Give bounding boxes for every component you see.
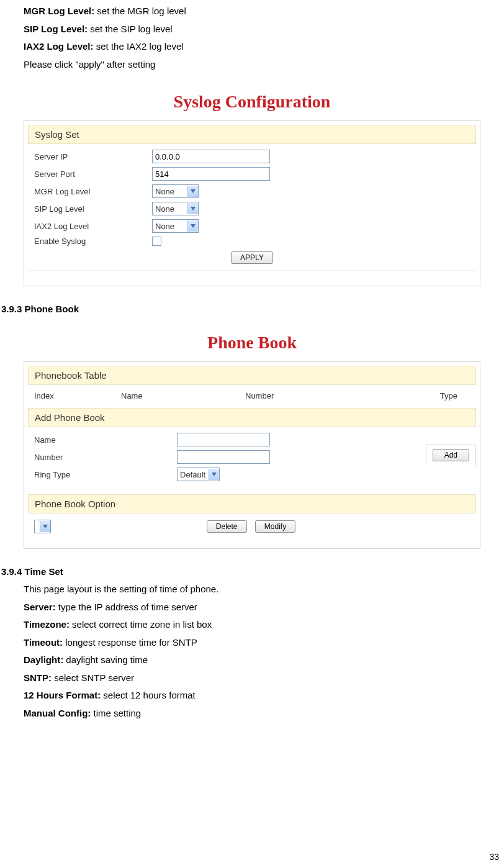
- row-pb-name: Name: [28, 431, 476, 448]
- section-394-heading: 3.9.4 Time Set: [1, 566, 480, 577]
- phonebook-table-band: Phonebook Table: [28, 366, 476, 385]
- pb-name-label: Name: [34, 435, 177, 445]
- page-number: 33: [489, 852, 499, 862]
- timezone-def: Timezone: select correct time zone in li…: [24, 616, 480, 634]
- row-server-ip: Server IP: [28, 148, 476, 165]
- phonebook-title: Phone Book: [24, 333, 480, 353]
- sip-log-def: SIP Log Level: set the SIP log level: [24, 20, 480, 38]
- apply-note: Please click "apply" after setting: [24, 56, 480, 74]
- pb-name-input[interactable]: [177, 433, 270, 446]
- row-mgr-level: MGR Log Level None: [28, 183, 476, 200]
- row-enable-syslog: Enable Syslog: [28, 235, 476, 248]
- sip-level-select[interactable]: None: [152, 202, 199, 215]
- pb-ring-label: Ring Type: [34, 470, 177, 479]
- server-port-input[interactable]: [152, 167, 270, 181]
- daylight-def: Daylight: daylight saving time: [24, 651, 480, 669]
- chevron-down-icon: [209, 469, 219, 480]
- delete-button[interactable]: Delete: [207, 520, 247, 533]
- row-pb-ring: Ring Type Default: [28, 466, 476, 483]
- mgr-log-def: MGR Log Level: set the MGR log level: [24, 2, 480, 20]
- chevron-down-icon: [187, 186, 198, 197]
- enable-syslog-checkbox[interactable]: [152, 237, 161, 246]
- syslog-title: Syslog Configuration: [24, 92, 480, 112]
- sntp-def: SNTP: select SNTP server: [24, 669, 480, 687]
- enable-syslog-label: Enable Syslog: [34, 237, 152, 246]
- chevron-down-icon: [187, 203, 198, 214]
- manual-def: Manual Config: time setting: [24, 705, 480, 723]
- col-number: Number: [245, 391, 394, 400]
- syslog-set-band: Syslog Set: [28, 125, 476, 144]
- row-pb-number: Number: [28, 448, 476, 466]
- chevron-down-icon: [40, 521, 50, 532]
- modify-button[interactable]: Modify: [255, 520, 295, 533]
- section-393-heading: 3.9.3 Phone Book: [1, 304, 480, 314]
- add-button[interactable]: Add: [433, 449, 469, 461]
- iax2-level-label: IAX2 Log Level: [34, 222, 152, 231]
- chevron-down-icon: [187, 220, 198, 232]
- row-iax2-level: IAX2 Log Level None: [28, 217, 476, 235]
- iax2-level-select[interactable]: None: [152, 219, 199, 233]
- col-type: Type: [394, 391, 470, 400]
- syslog-panel: Syslog Set Server IP Server Port MGR Log…: [24, 120, 480, 286]
- iax2-log-def: IAX2 Log Level: set the IAX2 log level: [24, 38, 480, 56]
- phonebook-table-header: Index Name Number Type: [28, 389, 476, 405]
- add-phonebook-band: Add Phone Book: [28, 408, 476, 427]
- pb-number-input[interactable]: [177, 450, 270, 464]
- row-server-port: Server Port: [28, 165, 476, 183]
- col-name: Name: [121, 391, 245, 400]
- pb-number-label: Number: [34, 453, 177, 462]
- server-ip-input[interactable]: [152, 150, 270, 163]
- mgr-level-label: MGR Log Level: [34, 187, 152, 196]
- timeout-def: Timeout: longest response time for SNTP: [24, 634, 480, 652]
- hours-def: 12 Hours Format: select 12 hours format: [24, 687, 480, 705]
- timeset-intro: This page layout is the setting of time …: [24, 581, 480, 599]
- col-index: Index: [34, 391, 121, 400]
- mgr-level-select[interactable]: None: [152, 184, 199, 198]
- sip-level-label: SIP Log Level: [34, 204, 152, 214]
- row-sip-level: SIP Log Level None: [28, 200, 476, 217]
- pb-ring-select[interactable]: Default: [177, 468, 220, 481]
- server-port-label: Server Port: [34, 170, 152, 179]
- server-def: Server: type the IP address of time serv…: [24, 599, 480, 617]
- phonebook-option-band: Phone Book Option: [28, 494, 476, 513]
- server-ip-label: Server IP: [34, 152, 152, 161]
- apply-button[interactable]: APPLY: [231, 251, 273, 264]
- phonebook-panel: Phonebook Table Index Name Number Type A…: [24, 361, 480, 549]
- pb-option-select[interactable]: [34, 520, 51, 533]
